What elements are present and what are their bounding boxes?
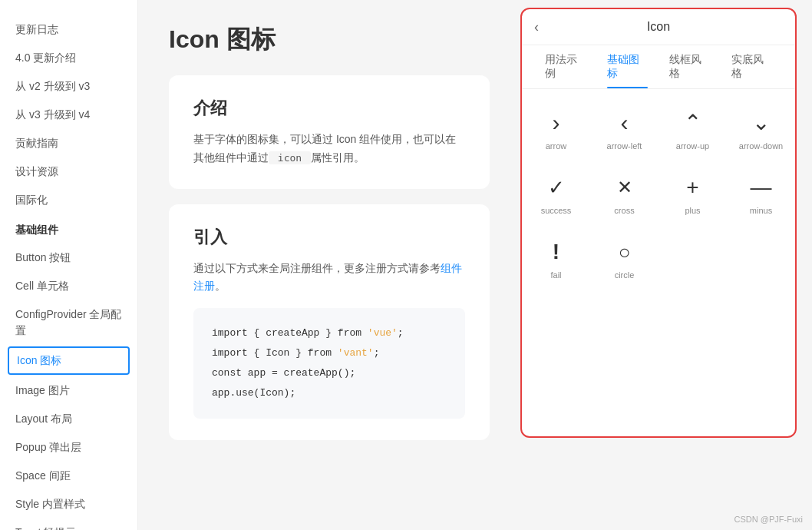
main-content: Icon 图标 介绍 基于字体的图标集，可以通过 Icon 组件使用，也可以在其… xyxy=(138,0,520,530)
plus-icon: + xyxy=(686,175,698,200)
sidebar-item-i18n[interactable]: 国际化 xyxy=(0,186,137,214)
icon-cell-fail[interactable]: !fail xyxy=(522,226,590,290)
import-desc: 通过以下方式来全局注册组件，更多注册方式请参考组件注册。 xyxy=(193,260,465,296)
fail-icon: ! xyxy=(553,240,559,264)
icon-label-fail: fail xyxy=(550,270,561,280)
icon-cell-minus[interactable]: —minus xyxy=(727,161,795,226)
icon-cell-cross[interactable]: ✕cross xyxy=(590,161,659,226)
code-line: import { Icon } from 'vant'; xyxy=(212,343,447,363)
icon-cell-arrow-left[interactable]: ‹arrow-left xyxy=(590,97,659,161)
intro-inline-code: icon xyxy=(269,151,311,164)
icon-label-cross: cross xyxy=(614,206,634,215)
icon-label-plus: plus xyxy=(685,206,700,215)
icon-cell-circle[interactable]: ○circle xyxy=(590,226,659,290)
sidebar-item-v4-intro[interactable]: 4.0 更新介绍 xyxy=(0,44,137,72)
sidebar-item-contribute[interactable]: 贡献指南 xyxy=(0,129,137,157)
preview-tab-outline[interactable]: 线框风格 xyxy=(659,45,721,88)
arrow-down-icon: ⌄ xyxy=(752,111,770,135)
intro-card: 介绍 基于字体的图标集，可以通过 Icon 组件使用，也可以在其他组件中通过 i… xyxy=(169,75,490,189)
intro-desc: 基于字体的图标集，可以通过 Icon 组件使用，也可以在其他组件中通过 icon… xyxy=(193,131,465,167)
sidebar-item-style[interactable]: Style 内置样式 xyxy=(0,490,137,518)
icon-grid: ›arrow‹arrow-left⌃arrow-up⌄arrow-down✓su… xyxy=(522,97,795,290)
sidebar-item-layout[interactable]: Layout 布局 xyxy=(0,405,137,433)
preview-header: ‹ Icon xyxy=(522,9,795,45)
preview-panel: ‹ Icon 用法示例基础图标线框风格实底风格 ›arrow‹arrow-lef… xyxy=(520,8,797,438)
icon-label-arrow-down: arrow-down xyxy=(739,141,783,151)
sidebar-item-v3-v4[interactable]: 从 v3 升级到 v4 xyxy=(0,101,137,129)
icon-cell-arrow-down[interactable]: ⌄arrow-down xyxy=(727,97,795,161)
sidebar-item-popup[interactable]: Popup 弹出层 xyxy=(0,433,137,462)
import-title: 引入 xyxy=(193,226,465,249)
sidebar-item-image[interactable]: Image 图片 xyxy=(0,376,137,405)
icon-label-arrow-left: arrow-left xyxy=(607,141,642,151)
sidebar: 更新日志4.0 更新介绍从 v2 升级到 v3从 v3 升级到 v4贡献指南设计… xyxy=(0,0,138,530)
icon-label-arrow: arrow xyxy=(546,141,567,151)
preview-tab-filled[interactable]: 实底风格 xyxy=(721,45,783,88)
icon-cell-plus[interactable]: +plus xyxy=(659,161,727,226)
preview-tab-basic[interactable]: 基础图标 xyxy=(596,45,659,88)
import-desc-text1: 通过以下方式来全局注册组件，更多注册方式请参考 xyxy=(193,262,441,274)
sidebar-section-title: 基础组件 xyxy=(0,214,137,243)
sidebar-item-icon[interactable]: Icon 图标 xyxy=(8,346,130,375)
code-line: import { createApp } from 'vue'; xyxy=(212,323,447,343)
sidebar-item-toast[interactable]: Toast 轻提示 xyxy=(0,518,137,530)
page-title: Icon 图标 xyxy=(169,23,490,57)
cross-icon: ✕ xyxy=(617,175,632,200)
icon-cell-arrow-up[interactable]: ⌃arrow-up xyxy=(659,97,727,161)
watermark: CSDN @PJF-Fuxi xyxy=(734,515,803,524)
intro-title: 介绍 xyxy=(193,97,465,120)
arrow-left-icon: ‹ xyxy=(621,111,629,135)
preview-tabs: 用法示例基础图标线框风格实底风格 xyxy=(522,45,795,89)
icon-cell-arrow[interactable]: ›arrow xyxy=(522,97,590,161)
sidebar-item-button[interactable]: Button 按钮 xyxy=(0,243,137,272)
preview-title: Icon xyxy=(647,20,670,34)
icon-label-success: success xyxy=(541,206,572,215)
sidebar-item-config-provider[interactable]: ConfigProvider 全局配置 xyxy=(0,300,137,345)
import-desc-text2: 。 xyxy=(215,280,226,292)
intro-desc-text2: 属性引用。 xyxy=(311,151,365,164)
code-line: const app = createApp(); xyxy=(212,363,447,383)
preview-body: ›arrow‹arrow-left⌃arrow-up⌄arrow-down✓su… xyxy=(522,89,795,436)
icon-cell-success[interactable]: ✓success xyxy=(522,161,590,226)
import-card: 引入 通过以下方式来全局注册组件，更多注册方式请参考组件注册。 import {… xyxy=(169,204,490,441)
arrow-up-icon: ⌃ xyxy=(684,111,701,135)
preview-tab-usage[interactable]: 用法示例 xyxy=(534,45,596,88)
icon-label-minus: minus xyxy=(750,206,772,215)
arrow-icon: › xyxy=(553,111,560,135)
import-code-block: import { createApp } from 'vue';import {… xyxy=(193,308,465,419)
circle-icon: ○ xyxy=(619,240,631,264)
minus-icon: — xyxy=(751,175,772,200)
sidebar-item-design[interactable]: 设计资源 xyxy=(0,157,137,186)
sidebar-item-changelog[interactable]: 更新日志 xyxy=(0,15,137,44)
sidebar-item-v2-v3[interactable]: 从 v2 升级到 v3 xyxy=(0,72,137,101)
icon-label-arrow-up: arrow-up xyxy=(676,141,709,151)
success-icon: ✓ xyxy=(548,175,565,200)
sidebar-item-space[interactable]: Space 间距 xyxy=(0,462,137,490)
icon-label-circle: circle xyxy=(615,270,635,280)
sidebar-item-cell[interactable]: Cell 单元格 xyxy=(0,272,137,300)
code-line: app.use(Icon); xyxy=(212,383,447,403)
preview-back-button[interactable]: ‹ xyxy=(534,19,539,35)
